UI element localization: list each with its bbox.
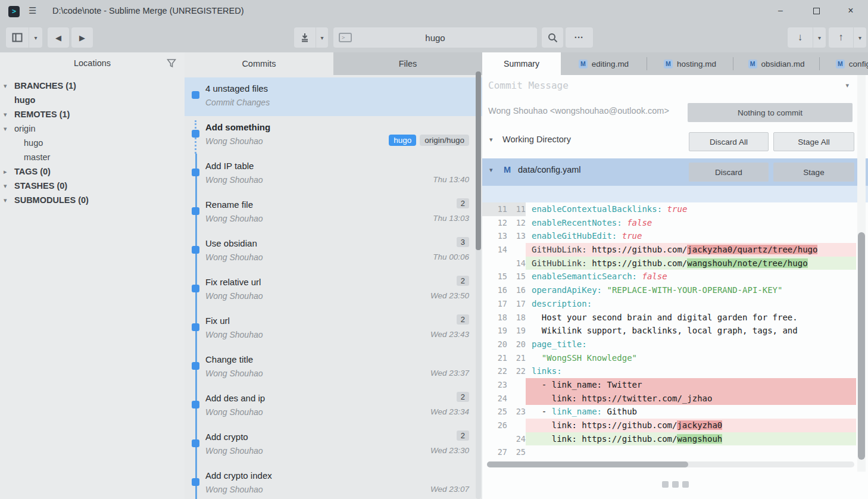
code-segment: wangshouh: [677, 434, 722, 444]
tree-expanded-icon[interactable]: ▾: [4, 121, 7, 136]
diff-line[interactable]: 23 - link_name: Twitter: [482, 378, 856, 392]
sidebar-item-origin[interactable]: ▾origin: [0, 121, 185, 136]
tab-obsidian-md[interactable]: Mobsidian.md: [733, 52, 819, 75]
diff-line[interactable]: 2020page_title:: [482, 338, 856, 351]
working-directory-row[interactable]: ▾ Working Directory Discard All Stage Al…: [482, 130, 868, 154]
sidebar-item-hugo[interactable]: hugo: [0, 136, 185, 150]
tab-files[interactable]: Files: [333, 52, 482, 75]
new-line-number: 16: [507, 283, 526, 297]
code-segment: "REPLACE-WITH-YOUR-OPERAND-API-KEY": [607, 285, 782, 295]
commit-row-fix-relative-url[interactable]: Fix relative urlWong Shouhao2Wed 23:50: [185, 271, 482, 310]
diff-line[interactable]: 26 link: https://github.com/jackyzha0: [482, 419, 856, 432]
diff-line[interactable]: 1818 Host your second brain and digital …: [482, 311, 856, 325]
pull-button[interactable]: ↓: [788, 27, 813, 48]
tree-expanded-icon[interactable]: ▾: [4, 193, 7, 207]
diff-line[interactable]: 1717description:: [482, 297, 856, 311]
code-segment: https://github.com/: [587, 245, 688, 254]
tab-hosting-md[interactable]: Mhosting.md: [647, 52, 733, 75]
working-directory-expand-icon[interactable]: ▾: [489, 136, 493, 144]
diff-line[interactable]: 24 link: https://github.com/wangshouh: [482, 432, 856, 446]
fetch-button[interactable]: [294, 27, 316, 48]
sidebar-item-remotes-1[interactable]: ▾REMOTES (1): [0, 107, 185, 121]
menu-icon[interactable]: ☰: [29, 5, 36, 16]
maximize-button[interactable]: [807, 5, 825, 17]
diff-line[interactable]: 1515enableSemanticSearch: false: [482, 270, 856, 283]
tree-expanded-icon[interactable]: ▾: [4, 179, 7, 193]
diff-line[interactable]: 2725: [482, 445, 856, 459]
file-expand-icon[interactable]: ▾: [489, 166, 493, 174]
close-button[interactable]: ×: [842, 5, 860, 17]
sidebar-item-stashes-0[interactable]: ▾STASHES (0): [0, 179, 185, 193]
diff-line[interactable]: 2222links:: [482, 364, 856, 378]
commit-row-add-ip-table[interactable]: Add IP tableWong ShouhaoThu 13:40: [185, 155, 482, 194]
branch-badge-origin-hugo[interactable]: origin/hugo: [420, 135, 469, 146]
sidebar-item-branches-1[interactable]: ▾BRANCHES (1): [0, 79, 185, 93]
commit-row-add-crypto[interactable]: Add cryptoWong Shouhao2Wed 23:30: [185, 426, 482, 464]
diff-line[interactable]: 14GitHubLink: https://github.com/wangsho…: [482, 257, 856, 270]
search-button[interactable]: [542, 27, 563, 48]
search-input[interactable]: [333, 27, 537, 48]
diff-line[interactable]: 1111enableContextualBacklinks: true: [482, 202, 856, 216]
push-button[interactable]: ↑: [829, 27, 853, 48]
diff-hscrollbar-thumb[interactable]: [487, 461, 688, 467]
commit-title: Add crypto index: [205, 470, 469, 485]
diff-line[interactable]: 14GitHubLink: https://github.com/jackyzh…: [482, 243, 856, 257]
diff-line[interactable]: 1919 Wikilink support, backlinks, local …: [482, 324, 856, 338]
command-search-box[interactable]: >: [333, 27, 537, 48]
sidebar-item-tags-0[interactable]: ▸TAGS (0): [0, 164, 185, 179]
diff-vscrollbar-thumb[interactable]: [858, 232, 865, 460]
changed-file-row[interactable]: ▾ M data/config.yaml Discard Stage: [482, 158, 868, 186]
more-options-button[interactable]: •••: [566, 27, 593, 48]
sidebar-item-master[interactable]: master: [0, 150, 185, 164]
sidebar-item-submodules-0[interactable]: ▾SUBMODULES (0): [0, 193, 185, 207]
commit-button[interactable]: Nothing to commit: [688, 103, 853, 122]
forward-button[interactable]: ▶: [71, 27, 93, 48]
pull-dropdown[interactable]: ▾: [813, 27, 826, 48]
push-dropdown[interactable]: ▾: [854, 27, 866, 48]
branch-badge-hugo[interactable]: hugo: [389, 135, 416, 146]
tab-commits[interactable]: Commits: [185, 52, 333, 75]
layout-dropdown[interactable]: ▾: [29, 27, 42, 48]
diff-line[interactable]: 2523 - link_name: Github: [482, 405, 856, 419]
tree-expanded-icon[interactable]: ▾: [4, 107, 7, 121]
commit-row-use-obsidian[interactable]: Use obsidianWong Shouhao3Thu 00:06: [185, 232, 482, 271]
locations-tree: ▾BRANCHES (1)hugo▾REMOTES (1)▾originhugo…: [0, 75, 185, 207]
commit-row-add-something[interactable]: Add somethingWong Shouhaohugoorigin/hugo: [185, 116, 482, 155]
fetch-dropdown[interactable]: ▾: [316, 27, 328, 48]
code-segment: false: [627, 218, 652, 227]
tree-expanded-icon[interactable]: ▾: [4, 79, 7, 93]
diff-line[interactable]: 1313enableGitHubEdit: true: [482, 229, 856, 243]
tab-config-yaml[interactable]: Mconfig.yaml: [820, 52, 868, 75]
discard-file-button[interactable]: Discard: [689, 163, 769, 182]
commit-date: Wed 23:34: [430, 407, 469, 416]
stage-all-button[interactable]: Stage All: [773, 132, 854, 151]
layout-button[interactable]: [6, 27, 29, 48]
diff-line[interactable]: 1616operandApiKey: "REPLACE-WITH-YOUR-OP…: [482, 283, 856, 297]
commit-title: Change title: [205, 354, 469, 369]
diff-line[interactable]: 2121 "WongSSH Knowledge": [482, 351, 856, 365]
code-segment: [532, 353, 542, 363]
commit-row-add-des-and-ip[interactable]: Add des and ipWong Shouhao2Wed 23:34: [185, 387, 482, 426]
hunk-header-strip: [482, 186, 868, 202]
commit-row-change-title[interactable]: Change titleWong ShouhaoWed 23:37: [185, 348, 482, 387]
sidebar-item-hugo[interactable]: hugo: [0, 93, 185, 107]
new-line-number: [507, 392, 526, 406]
author-label: Wong Shouhao <wongshouhao@outlook.com>: [488, 106, 669, 116]
commit-message-dropdown-icon[interactable]: ▾: [845, 82, 849, 89]
filter-icon[interactable]: [167, 58, 176, 68]
back-button[interactable]: ◀: [48, 27, 69, 48]
stage-file-button[interactable]: Stage: [773, 163, 854, 182]
commit-row-4-unstaged-files[interactable]: 4 unstaged filesCommit Changes: [185, 77, 482, 116]
tab-editing-md[interactable]: Mediting.md: [561, 52, 647, 75]
commit-row-rename-file[interactable]: Rename fileWong Shouhao2Thu 13:03: [185, 194, 482, 232]
discard-all-button[interactable]: Discard All: [689, 132, 769, 151]
commit-message-input[interactable]: Commit Message: [488, 80, 569, 91]
diff-line[interactable]: 1212enableRecentNotes: false: [482, 216, 856, 230]
diff-line[interactable]: 24 link: https://twitter.com/_jzhao: [482, 392, 856, 406]
commits-scrollbar-thumb[interactable]: [476, 71, 481, 250]
tree-collapsed-icon[interactable]: ▸: [4, 164, 7, 179]
minimize-button[interactable]: –: [772, 5, 789, 17]
commit-row-fix-url[interactable]: Fix urlWong Shouhao2Wed 23:43: [185, 310, 482, 348]
commit-row-add-crypto-index[interactable]: Add crypto indexWong ShouhaoWed 23:07: [185, 464, 482, 499]
tab-summary[interactable]: Summary: [482, 52, 561, 75]
